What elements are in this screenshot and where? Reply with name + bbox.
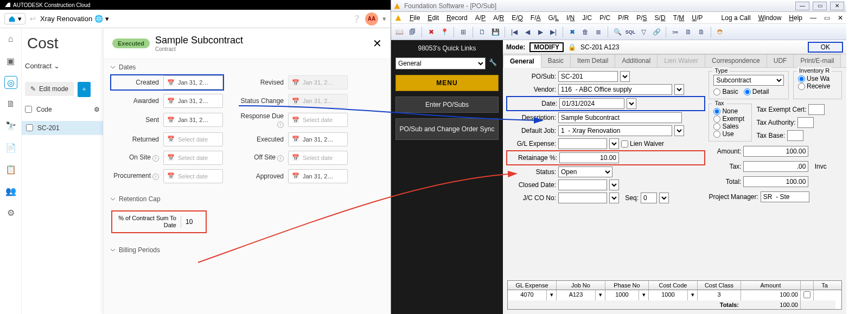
menu-help[interactable]: Help [789,14,802,22]
row-check[interactable] [803,291,810,298]
tb-clear-icon[interactable]: ✖ [566,26,578,38]
close-button[interactable]: ✕ [830,2,844,10]
sent-date-field[interactable]: Sent📅Jan 31, 2… [111,112,223,128]
menu-file[interactable]: File [410,14,420,22]
project-picker[interactable]: Xray Renovation 🌐 ▾ [40,15,109,23]
menu-record[interactable]: Record [446,14,468,22]
menu-up[interactable]: U/P [692,14,703,22]
back-icon[interactable]: ↩ [30,15,36,23]
seq-input[interactable] [641,193,657,203]
tab-basic[interactable]: Basic [541,54,571,67]
rail-box-icon[interactable]: ▣ [4,54,17,67]
tb-last-icon[interactable]: ▶| [547,26,559,38]
tab-print-email[interactable]: Print/E-mail [793,54,841,67]
amount-input[interactable] [743,146,808,157]
status-select[interactable]: Open [558,166,612,177]
menu-edit[interactable]: Edit [427,14,439,22]
tax-sales-radio[interactable]: Sales [713,123,747,130]
type-detail-radio[interactable]: Detail [744,88,769,95]
vendor-input[interactable] [558,84,672,95]
retainage-input[interactable] [559,152,619,163]
tb-prev-icon[interactable]: ◀ [521,26,533,38]
menu-window[interactable]: Window [758,14,782,22]
closed-date-select[interactable] [609,180,619,190]
tax-authority-input[interactable] [797,117,814,128]
tb-link-icon[interactable]: 🔗 [650,26,662,38]
inv-receive-radio[interactable]: Receive [798,82,837,90]
dates-section-header[interactable]: Dates [104,59,391,75]
tb-search-icon[interactable]: 🔍 [611,26,623,38]
home-chip[interactable]: ▾ [4,13,25,24]
tb-book-icon[interactable]: 📖 [393,26,405,38]
menu-tm[interactable]: T/M [673,14,685,22]
tb-new-icon[interactable]: 🗋 [476,26,488,38]
returned-date-field[interactable]: Returned📅Select date [111,132,223,146]
tb-list-icon[interactable]: ≣ [592,26,604,38]
close-icon[interactable]: ✕ [373,37,382,50]
default-job-select[interactable] [674,125,684,136]
rail-doc-icon[interactable]: 🗎 [4,98,17,111]
quick-links-select[interactable]: General [395,57,486,69]
rail-binoculars-icon[interactable]: 🔭 [4,119,17,132]
type-basic-radio[interactable]: Basic [713,88,738,95]
off-site-date-field[interactable]: Off Sitei📅Select date [236,151,348,165]
avatar[interactable]: AA [365,12,378,25]
help-icon[interactable]: ❔ [352,15,361,23]
inv-usewa-radio[interactable]: Use Wa [798,75,837,82]
select-all-checkbox[interactable] [25,106,32,113]
default-job-input[interactable] [558,125,672,136]
inner-close-icon[interactable]: ✕ [838,14,843,22]
exempt-cert-input[interactable] [808,104,825,115]
gear-icon[interactable]: ⚙ [94,106,100,113]
menu-button[interactable]: MENU [395,75,499,91]
tb-filter-icon[interactable]: ▽ [637,26,649,38]
avatar-menu-caret[interactable]: ▾ [382,15,386,23]
retention-section-header[interactable]: Retention Cap [104,191,391,207]
pm-input[interactable] [761,191,809,202]
posub-select[interactable] [620,71,630,82]
tb-first-icon[interactable]: |◀ [508,26,520,38]
tb-sql-icon[interactable]: SQL [624,26,636,38]
billing-section-header[interactable]: Billing Periods [104,242,391,258]
menu-gl[interactable]: G/L [548,14,559,22]
menu-sd[interactable]: S/D [655,14,666,22]
rail-cost-icon[interactable]: ◎ [4,76,17,89]
date-input[interactable] [559,98,624,109]
created-date-field[interactable]: Created📅Jan 31, 2… [111,75,223,89]
tax-input[interactable] [743,161,808,172]
edit-mode-button[interactable]: ✎Edit mode [25,82,74,96]
approved-date-field[interactable]: Approved📅Jan 31, 2… [236,169,348,183]
menu-in[interactable]: I/N [566,14,575,22]
vendor-select[interactable] [674,84,684,95]
tab-correspondence[interactable]: Correspondence [705,54,767,67]
add-button[interactable]: ＋ [78,82,91,97]
menu-eq[interactable]: E/Q [512,14,523,22]
retention-percent-field[interactable]: % of Contract Sum To Date 10 [111,210,207,233]
gl-expense-input[interactable] [558,138,607,149]
tb-save-icon[interactable]: 💾 [489,26,501,38]
rail-home-icon[interactable]: ⌂ [4,33,17,46]
ok-button[interactable]: OK [808,42,843,53]
tab-item-detail[interactable]: Item Detail [570,54,615,67]
tax-use-radio[interactable]: Use [713,130,747,138]
tax-base-input[interactable] [787,130,803,141]
wrench-icon[interactable]: 🔧 [489,59,499,68]
tab-udf[interactable]: UDF [767,54,794,67]
rail-settings-icon[interactable]: ⚙ [4,206,17,219]
procurement-date-field[interactable]: Procurementi📅Select date [111,169,223,183]
posub-input[interactable] [558,71,618,82]
tb-copy-icon[interactable]: 🗐 [406,26,418,38]
tb-next-icon[interactable]: ▶ [534,26,546,38]
executed-date-field[interactable]: Executed📅Jan 31, 2… [236,132,348,146]
description-input[interactable] [558,112,682,123]
menu-jc[interactable]: J/C [582,14,592,22]
gl-expense-select[interactable] [609,138,619,149]
maximize-button[interactable]: ▭ [813,2,827,10]
posub-sync-button[interactable]: PO/Sub and Change Order Sync [395,118,499,140]
rail-clipboard-icon[interactable]: 📋 [4,163,17,176]
type-select[interactable]: Subcontract [713,75,784,86]
tab-additional[interactable]: Additional [615,54,658,67]
menu-pr[interactable]: P/R [618,14,629,22]
date-select[interactable] [627,98,636,109]
menu-fa[interactable]: F/A [531,14,541,22]
